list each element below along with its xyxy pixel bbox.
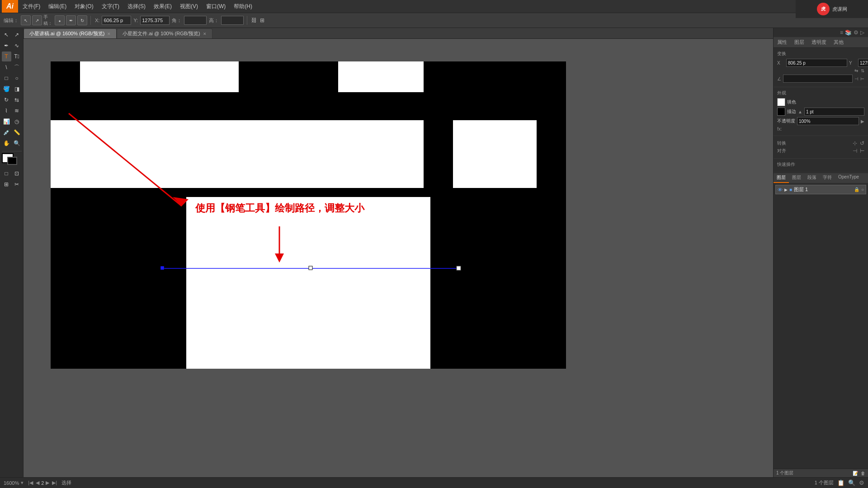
opacity-input[interactable] [797, 117, 859, 125]
width-tool[interactable]: ⌇ [2, 106, 11, 116]
direct-selection-tool[interactable]: ↗ [12, 30, 22, 40]
new-layer-icon[interactable]: 📝 [853, 471, 858, 476]
zoom-dropdown-icon[interactable]: ▾ [21, 480, 24, 486]
paint-bucket[interactable]: 🪣 [2, 84, 11, 94]
menu-text[interactable]: 文字(T) [98, 2, 123, 11]
status-icon-2[interactable]: 🔍 [848, 479, 855, 486]
layer-expand-icon[interactable]: ▶ [784, 188, 788, 192]
hand-tool[interactable]: ✋ [2, 138, 11, 148]
settings-icon[interactable]: ⚙ [854, 29, 859, 36]
lp-tab-opentype[interactable]: OpenType [835, 173, 862, 183]
opacity-arrow[interactable]: ▶ [861, 119, 864, 124]
zoom-tool[interactable]: 🔍 [12, 138, 22, 148]
selection-tool[interactable]: ↖ [2, 30, 11, 40]
layer-target-icon[interactable]: ○ [861, 187, 864, 192]
direct-select-btn[interactable]: ↗ [32, 15, 42, 25]
first-page-btn[interactable]: |◀ [27, 480, 34, 486]
y-coord-input[interactable] [140, 16, 170, 25]
menu-effect[interactable]: 效果(E) [150, 2, 175, 11]
stroke-width-input[interactable] [804, 108, 864, 116]
flip-h-icon[interactable]: ⇆ [854, 68, 858, 73]
properties-icon[interactable]: ≡ [840, 29, 843, 36]
menu-edit[interactable]: 编辑(E) [45, 2, 70, 11]
chain-icon[interactable]: ⛓ [250, 16, 258, 24]
draw-inside[interactable]: ⊡ [12, 169, 22, 178]
ellipse-tool[interactable]: ○ [12, 73, 22, 83]
rotate-tool-left[interactable]: ↻ [2, 95, 11, 105]
menu-file[interactable]: 文件(F) [19, 2, 44, 11]
angle-input[interactable] [184, 16, 207, 25]
anchor-tool-btn[interactable]: ⬥ [55, 15, 65, 25]
select-tool-btn[interactable]: ↖ [21, 15, 31, 25]
tab-2[interactable]: 小星图文件.ai @ 100% (RGB/预览) ✕ [117, 28, 212, 38]
menu-select[interactable]: 选择(S) [124, 2, 149, 11]
line-tool[interactable]: \ [2, 62, 11, 72]
eyedropper-tool[interactable]: 💉 [2, 127, 11, 137]
fill-color-swatch[interactable] [777, 98, 785, 106]
curvature-tool[interactable]: ∿ [12, 41, 22, 51]
stroke-up-icon[interactable]: ▲ [798, 109, 802, 114]
column-graph[interactable]: 📊 [2, 117, 11, 127]
gradient-tool[interactable]: ◨ [12, 84, 22, 94]
collapse-icon[interactable]: ▷ [860, 29, 864, 36]
align-icon-1[interactable]: ⊣ [853, 148, 857, 154]
layer-1-row[interactable]: 👁 ▶ ■ 图层 1 🔒 ○ [775, 185, 866, 194]
rp-tab-other[interactable]: 其他 [830, 37, 847, 47]
pie-graph[interactable]: ◷ [12, 117, 22, 127]
menu-window[interactable]: 窗口(W) [203, 2, 229, 11]
tab-2-close[interactable]: ✕ [203, 32, 207, 36]
tab-1-close[interactable]: ✕ [107, 32, 111, 36]
measure-tool[interactable]: 📏 [12, 127, 22, 137]
rect-tool[interactable]: □ [2, 73, 11, 83]
layer-visibility-icon[interactable]: 👁 [778, 187, 783, 192]
menu-help[interactable]: 帮助(H) [230, 2, 256, 11]
lp-tab-layers[interactable]: 图层 [774, 173, 789, 183]
transform-x-input[interactable] [786, 59, 847, 67]
flip-v-icon[interactable]: ⇅ [861, 68, 864, 73]
tab-1[interactable]: 小星讲稿.ai @ 1600% (RGB/预览) ✕ [24, 28, 117, 38]
lp-tab-layers2[interactable]: 图层 [789, 173, 804, 183]
align-icon-2[interactable]: ⊢ [860, 148, 864, 154]
rotate-tool-btn[interactable]: ↻ [77, 15, 87, 25]
transform-section: 变换 X Y ⇆ ⇅ ∠ ⊣ ⊢ [774, 48, 868, 87]
status-icon-1[interactable]: 📋 [837, 479, 844, 486]
normal-mode[interactable]: □ [2, 169, 11, 178]
rp-tab-transparency[interactable]: 透明度 [808, 37, 830, 47]
align-right-icon[interactable]: ⊢ [860, 76, 864, 81]
lp-tab-character[interactable]: 字符 [820, 173, 835, 183]
prev-page-btn[interactable]: ◀ [35, 480, 40, 486]
x-coord-input[interactable] [102, 16, 131, 25]
transform-angle-input[interactable] [783, 75, 853, 83]
artboard-tool[interactable]: ⊞ [2, 179, 11, 189]
stroke-color-swatch[interactable] [777, 108, 785, 116]
transform-icon-2[interactable]: ↺ [860, 140, 864, 146]
pen-tool[interactable]: ✒ [2, 41, 11, 51]
lp-tab-paragraph[interactable]: 段落 [804, 173, 820, 183]
arc-tool[interactable]: ⌒ [12, 62, 22, 72]
align-left-icon[interactable]: ⊣ [854, 76, 859, 81]
touch-type-tool[interactable]: T⃝ [12, 52, 22, 61]
rp-tab-properties[interactable]: 属性 [774, 37, 791, 47]
canvas-viewport[interactable]: 使用【钢笔工具】绘制路径，调整大小 [24, 39, 773, 477]
warp-tool[interactable]: ≋ [12, 106, 22, 116]
current-page[interactable]: 2 [41, 480, 44, 486]
pen-tool-btn[interactable]: ✒ [66, 15, 76, 25]
menu-object[interactable]: 对象(O) [71, 2, 97, 11]
transform-y-input[interactable] [858, 59, 868, 67]
libraries-icon[interactable]: 📚 [845, 29, 852, 36]
last-page-btn[interactable]: ▶| [51, 480, 58, 486]
zoom-value[interactable]: 1600% [4, 480, 19, 486]
menu-view[interactable]: 视图(V) [176, 2, 202, 11]
next-page-btn[interactable]: ▶ [45, 480, 50, 486]
align-icon[interactable]: ⊞ [259, 16, 265, 24]
delete-layer-icon[interactable]: 🗑 [861, 471, 865, 476]
transform-icon-1[interactable]: ⊹ [853, 140, 857, 146]
reflect-tool[interactable]: ⇆ [12, 95, 22, 105]
status-icon-3[interactable]: ⚙ [859, 479, 864, 486]
type-tool[interactable]: T [2, 52, 11, 61]
slice-tool[interactable]: ✂ [12, 179, 22, 189]
fill-stroke-colors[interactable] [2, 153, 22, 168]
rp-tab-libraries[interactable]: 图层 [791, 37, 808, 47]
layer-lock-icon[interactable]: 🔒 [854, 187, 859, 192]
height-input[interactable] [221, 16, 244, 25]
